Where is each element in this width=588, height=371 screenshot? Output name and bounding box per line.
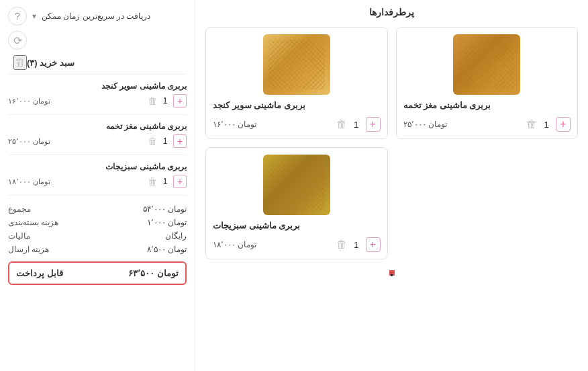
total-value: تومان ۶۳٬۵۰۰ [128, 268, 179, 278]
cart-title: سبد خرید (۳) [27, 58, 75, 68]
cart-item-name-2: بربری ماشینی مغز تخمه [8, 122, 187, 131]
qty-controls-3: + 1 🗑 [336, 237, 381, 252]
cart-item-name-1: بربری ماشینی سویر کنجد [8, 81, 187, 91]
price-2: تومان ۱۶٬۰۰۰ [213, 120, 256, 129]
product-controls-1: + 1 🗑 تومان ۲۵٬۰۰۰ [403, 117, 571, 132]
refresh-icon[interactable]: ⟳ [8, 31, 27, 50]
add-qty-btn-1[interactable]: + [556, 117, 571, 132]
product-name-2: بربری ماشینی سویر کنجد [213, 100, 305, 110]
product-card-3: بربری ماشینی سبزیجات + 1 🗑 تومان ۱۸٬۰۰۰ [205, 147, 388, 259]
cart-qty-controls-3: + 1 🗑 [148, 175, 187, 188]
main-panel: پرطرفدارها بربری ماشینی مغز تخمه + 1 🗑 ت… [195, 0, 588, 371]
cart-header: سبد خرید (۳) 🗑 [8, 55, 187, 75]
product-card-2: بربری ماشینی سویر کنجد + 1 🗑 تومان ۱۶٬۰۰… [205, 27, 388, 139]
support-icon[interactable]: ? [8, 7, 27, 26]
qty-controls-1: + 1 🗑 [526, 117, 571, 132]
cart-add-qty-btn-2[interactable]: + [173, 134, 187, 148]
product-name-3: بربری ماشینی سبزیجات [213, 220, 300, 231]
product-image-3 [263, 155, 330, 215]
cart-delete-item-2[interactable]: 🗑 [148, 136, 157, 147]
cart-item-1: بربری ماشینی سویر کنجد + 1 🗑 تومان ۱۶٬۰۰… [8, 81, 187, 115]
qty-value-2: 1 [351, 120, 362, 130]
cart-item-controls-3: + 1 🗑 تومان ۱۸٬۰۰۰ [8, 175, 187, 188]
product-image-1 [453, 34, 520, 95]
cart-add-qty-btn-1[interactable]: + [173, 94, 187, 108]
cart-item-controls-2: + 1 🗑 تومان ۲۵٬۰۰۰ [8, 134, 187, 148]
cart-price-3: تومان ۱۸٬۰۰۰ [8, 177, 50, 186]
tax-row: رایگان مالیات [8, 229, 187, 243]
delete-btn-1[interactable]: 🗑 [526, 118, 537, 130]
product-controls-3: + 1 🗑 تومان ۱۸٬۰۰۰ [213, 237, 381, 252]
cart-item-name-3: بربری ماشینی سبزیجات [8, 162, 187, 171]
qty-controls-2: + 1 🗑 [336, 117, 381, 132]
cart-add-qty-btn-3[interactable]: + [173, 175, 187, 188]
cart-item-controls-1: + 1 🗑 تومان ۱۶٬۰۰۰ [8, 94, 187, 108]
delete-btn-2[interactable]: 🗑 [336, 118, 347, 130]
cart-qty-value-1: 1 [160, 96, 170, 106]
cart-top-bar: دریافت در سریع‌ترین زمان ممکن ▾ ? [8, 7, 187, 26]
qty-value-1: 1 [541, 120, 552, 130]
delete-btn-3[interactable]: 🗑 [336, 239, 347, 251]
page-title: پرطرفدارها [205, 7, 578, 17]
packaging-value: تومان ۱٬۰۰۰ [147, 218, 187, 227]
chevron-down-icon[interactable]: ▾ [32, 11, 36, 21]
packaging-row: تومان ۱٬۰۰۰ هزینه بسته‌بندی [8, 216, 187, 229]
dot-indicator: • [389, 270, 395, 276]
shipping-label: هزینه ارسال [8, 245, 49, 254]
total-payable-row: تومان ۶۳٬۵۰۰ قابل پرداخت [8, 261, 187, 285]
cart-item-2: بربری ماشینی مغز تخمه + 1 🗑 تومان ۲۵٬۰۰۰ [8, 122, 187, 155]
cart-delete-item-3[interactable]: 🗑 [148, 176, 157, 187]
products-grid: بربری ماشینی مغز تخمه + 1 🗑 تومان ۲۵٬۰۰۰… [205, 27, 578, 259]
product-controls-2: + 1 🗑 تومان ۱۶٬۰۰۰ [213, 117, 381, 132]
cart-qty-value-3: 1 [160, 177, 170, 186]
cart-delete-item-1[interactable]: 🗑 [148, 95, 157, 106]
qty-value-3: 1 [351, 240, 362, 250]
product-card-1: بربری ماشینی مغز تخمه + 1 🗑 تومان ۲۵٬۰۰۰ [396, 27, 579, 139]
subtotal-row: تومان ۵۴٬۰۰۰ مجموع [8, 202, 187, 216]
add-qty-btn-3[interactable]: + [366, 237, 381, 252]
tax-value: رایگان [165, 231, 187, 241]
price-3: تومان ۱۸٬۰۰۰ [213, 240, 256, 249]
product-image-2 [263, 34, 330, 95]
shipping-row: تومان ۸٬۵۰۰ هزینه ارسال [8, 243, 187, 256]
cart-delete-all-button[interactable]: 🗑 [13, 55, 27, 70]
delivery-text: دریافت در سریع‌ترین زمان ممکن [42, 11, 150, 21]
cart-items-list: بربری ماشینی سویر کنجد + 1 🗑 تومان ۱۶٬۰۰… [8, 81, 187, 196]
order-summary: تومان ۵۴٬۰۰۰ مجموع تومان ۱٬۰۰۰ هزینه بست… [8, 202, 187, 256]
cart-qty-value-2: 1 [160, 136, 170, 146]
total-label: قابل پرداخت [16, 268, 63, 278]
cart-qty-controls-1: + 1 🗑 [148, 94, 187, 108]
cart-item-3: بربری ماشینی سبزیجات + 1 🗑 تومان ۱۸٬۰۰۰ [8, 162, 187, 196]
tax-label: مالیات [8, 231, 30, 241]
subtotal-label: مجموع [8, 204, 31, 214]
subtotal-value: تومان ۵۴٬۰۰۰ [143, 204, 187, 214]
product-name-1: بربری ماشینی مغز تخمه [403, 100, 491, 110]
cart-qty-controls-2: + 1 🗑 [148, 134, 187, 148]
price-1: تومان ۲۵٬۰۰۰ [403, 120, 447, 129]
packaging-label: هزینه بسته‌بندی [8, 218, 58, 227]
cart-price-2: تومان ۲۵٬۰۰۰ [8, 137, 50, 146]
cart-panel: دریافت در سریع‌ترین زمان ممکن ▾ ? ⟳ سبد … [0, 0, 195, 371]
shipping-value: تومان ۸٬۵۰۰ [147, 245, 187, 254]
add-qty-btn-2[interactable]: + [366, 117, 381, 132]
cart-price-1: تومان ۱۶٬۰۰۰ [8, 97, 50, 106]
